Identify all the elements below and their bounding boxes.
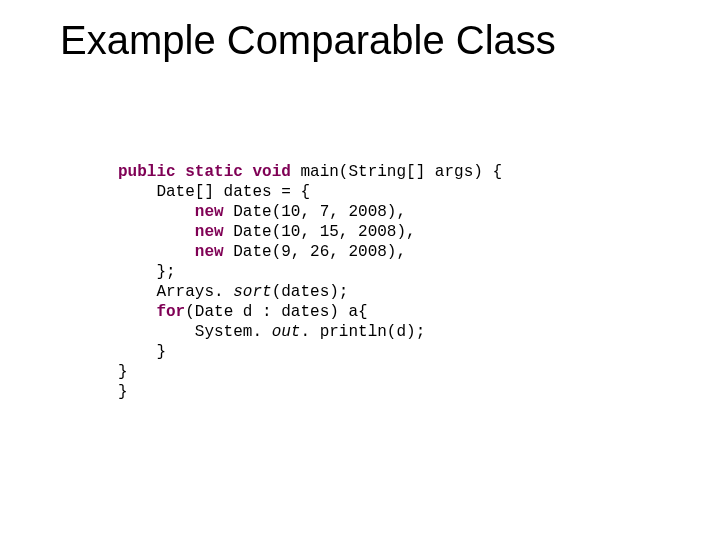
sort-args: (dates); — [272, 283, 349, 301]
array-close: }; — [156, 263, 175, 281]
slide-title: Example Comparable Class — [60, 18, 680, 63]
code-block: public static void main(String[] args) {… — [118, 162, 502, 402]
main-signature: main(String[] args) { — [291, 163, 502, 181]
keyword-new: new — [195, 223, 224, 241]
keyword-static: static — [185, 163, 243, 181]
closing-brace: } — [118, 363, 128, 381]
keyword-new: new — [195, 243, 224, 261]
keyword-new: new — [195, 203, 224, 221]
date-literal-2: Date(10, 15, 2008), — [224, 223, 416, 241]
date-literal-1: Date(10, 7, 2008), — [224, 203, 406, 221]
for-header: (Date d : dates) a{ — [185, 303, 367, 321]
keyword-public: public — [118, 163, 176, 181]
out-field: out — [272, 323, 301, 341]
sort-method: sort — [233, 283, 271, 301]
println-call: . println(d); — [300, 323, 425, 341]
closing-brace: } — [156, 343, 166, 361]
keyword-void: void — [252, 163, 290, 181]
system-call: System. — [195, 323, 272, 341]
dates-declaration: Date[] dates = { — [156, 183, 310, 201]
closing-brace: } — [118, 383, 128, 401]
slide: Example Comparable Class public static v… — [0, 0, 720, 540]
keyword-for: for — [156, 303, 185, 321]
arrays-call: Arrays. — [156, 283, 233, 301]
date-literal-3: Date(9, 26, 2008), — [224, 243, 406, 261]
